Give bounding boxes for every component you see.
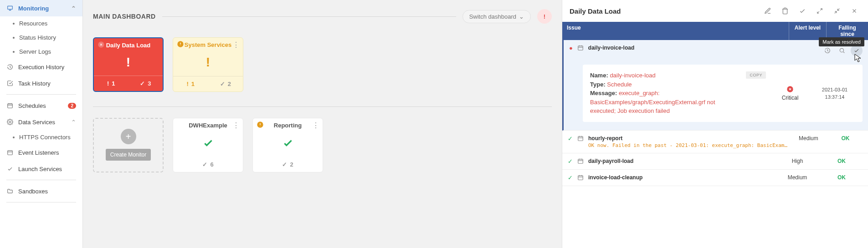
switch-dashboard-button[interactable]: Switch dashboard ⌄ [462, 10, 531, 23]
chevron-up-icon: ⌃ [71, 119, 76, 126]
svg-rect-1 [8, 104, 13, 108]
nav-label: Launch Services [18, 166, 62, 172]
divider [6, 180, 76, 180]
page-title: MAIN DASHBOARD [93, 13, 156, 20]
divider [93, 106, 552, 107]
copy-button[interactable]: COPY [746, 71, 766, 79]
chevron-down-icon: ⌄ [519, 13, 524, 20]
nav-sandboxes[interactable]: Sandboxes [0, 183, 82, 199]
warn-icon [177, 40, 184, 48]
svg-rect-0 [8, 6, 13, 9]
ok-icon: ✓ [568, 174, 573, 181]
th-issue: Issue [562, 22, 789, 40]
nav-monitoring[interactable]: Monitoring ⌃ [0, 0, 82, 16]
svg-point-8 [840, 48, 843, 52]
svg-rect-11 [578, 159, 583, 163]
nav-label: Execution History [18, 64, 64, 71]
delete-icon[interactable] [779, 5, 791, 17]
error-icon [786, 86, 794, 93]
create-monitor-button[interactable]: Create Monitor [106, 149, 151, 161]
edit-icon[interactable] [761, 5, 774, 17]
check-icon [253, 129, 323, 157]
failing-since: 2021-03-01 13:37:14 [814, 71, 855, 116]
divider [6, 94, 76, 95]
issue-name: invoice-load-cleanup [588, 174, 774, 181]
issue-row[interactable]: ✓ invoice-load-cleanup Medium OK [562, 170, 868, 186]
close-icon[interactable] [848, 5, 861, 17]
nav-event-listeners[interactable]: Event Listeners [0, 144, 82, 161]
tooltip: Mark as resolved [819, 37, 864, 46]
ok-icon: ✓ [568, 135, 573, 142]
plus-icon: + [121, 129, 136, 144]
nav-sub-https[interactable]: HTTPS Connectors [0, 130, 82, 144]
nav-label: Event Listeners [18, 149, 59, 156]
detail-title: Daily Data Load [570, 7, 757, 15]
chevron-up-icon: ⌃ [71, 5, 76, 12]
ok-icon: ✓ [568, 158, 573, 165]
issue-name: daily-invoice-load [588, 45, 817, 51]
menu-icon[interactable]: ⋮ [232, 121, 239, 130]
task-icon [6, 80, 14, 87]
calendar-icon [577, 174, 584, 181]
value: daily-invoice-load [610, 72, 655, 79]
nav-label: Task History [18, 80, 51, 87]
menu-icon[interactable]: ⋮ [232, 40, 239, 49]
alert-icon: ! [94, 49, 163, 76]
label: Name: [590, 72, 608, 79]
svg-rect-3 [8, 151, 13, 155]
alert-indicator[interactable]: ! [537, 9, 552, 24]
calendar-icon [6, 102, 14, 109]
gear-icon [6, 118, 14, 126]
card-daily-data-load[interactable]: Daily Data Load ! !1 ✓3 [93, 37, 164, 92]
nav-sub-resources[interactable]: Resources [0, 16, 82, 30]
calendar-icon [577, 45, 584, 56]
svg-rect-12 [578, 175, 583, 179]
calendar-icon [577, 135, 584, 142]
issue-sub: OK now. Failed in the past - 2021-03-01:… [588, 142, 789, 148]
close-icon[interactable] [98, 41, 105, 48]
label: Type: [590, 81, 606, 88]
date: 2021-03-01 [822, 87, 847, 92]
nav-sub-status-history[interactable]: Status History [0, 30, 82, 45]
nav-schedules[interactable]: Schedules 2 [0, 97, 82, 114]
warn-icon: ! [173, 48, 243, 76]
nav-launch-services[interactable]: Launch Services [0, 161, 82, 177]
card-reporting[interactable]: ⋮ Reporting ✓2 [252, 118, 323, 172]
level: Medium [779, 174, 816, 181]
nav-execution-history[interactable]: Execution History [0, 59, 82, 75]
nav-sub-server-logs[interactable]: Server Logs [0, 45, 82, 59]
issue-row-expanded[interactable]: Mark as resolved ● daily-invoice-load Na… [562, 40, 868, 131]
value: Schedule [607, 81, 632, 88]
warn-icon [257, 121, 264, 128]
calendar-icon [577, 158, 584, 164]
level: High [779, 158, 816, 164]
expand-icon[interactable] [813, 5, 826, 17]
level-text: Critical [782, 95, 799, 101]
collapse-icon[interactable] [831, 5, 843, 17]
ok-count: ✓2 [253, 157, 323, 172]
svg-rect-7 [578, 46, 583, 50]
alert-level: Critical [773, 71, 807, 116]
level: Medium [793, 135, 824, 142]
check-icon [173, 129, 243, 157]
label: Message: [590, 90, 617, 96]
ok-count: ✓6 [173, 157, 243, 172]
nav-label: Data Services [18, 119, 55, 126]
card-dwh-example[interactable]: ⋮ DWHExample ✓6 [173, 118, 243, 172]
card-system-services[interactable]: ⋮ System Services ! !1 ✓2 [173, 37, 243, 92]
nav-data-services[interactable]: Data Services ⌃ [0, 114, 82, 130]
card-create-monitor[interactable]: + Create Monitor [93, 118, 164, 172]
issue-row[interactable]: ✓ hourly-report OK now. Failed in the pa… [562, 131, 868, 153]
check-icon[interactable] [796, 5, 809, 17]
error-icon: ● [569, 45, 573, 56]
issue-row[interactable]: ✓ daily-payroll-load High OK [562, 153, 868, 170]
main-dashboard: MAIN DASHBOARD Switch dashboard ⌄ ! Dail… [83, 0, 562, 248]
status: OK [821, 174, 863, 181]
event-icon [6, 149, 14, 156]
nav-task-history[interactable]: Task History [0, 75, 82, 91]
ok-count: ✓3 [128, 76, 163, 91]
badge: 2 [68, 103, 76, 109]
menu-icon[interactable]: ⋮ [312, 121, 319, 130]
time: 13:37:14 [825, 94, 845, 100]
launch-icon [6, 165, 14, 172]
